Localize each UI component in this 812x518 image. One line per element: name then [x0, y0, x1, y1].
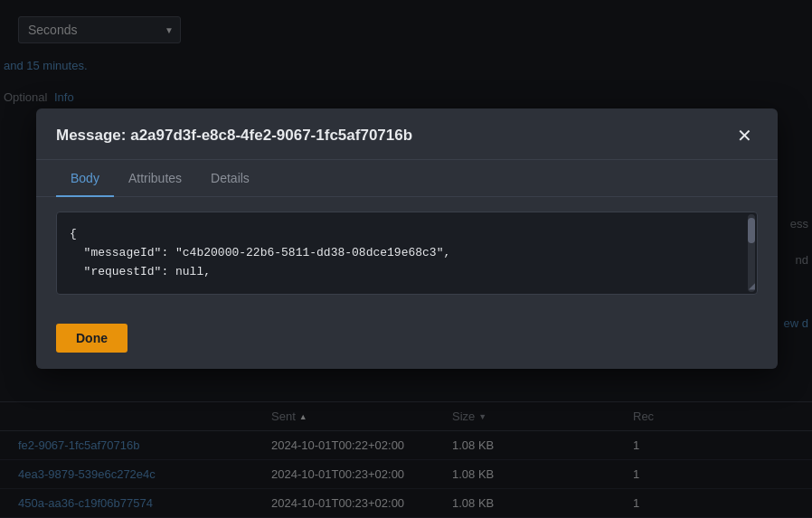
tab-attributes[interactable]: Attributes	[114, 160, 196, 196]
code-line-3: "requestId": null,	[70, 263, 744, 282]
modal-footer: Done	[36, 313, 778, 369]
modal-body: { "messageId": "c4b20000-22b6-5811-dd38-…	[36, 197, 778, 313]
tab-details[interactable]: Details	[196, 160, 264, 196]
code-block: { "messageId": "c4b20000-22b6-5811-dd38-…	[56, 212, 758, 295]
code-line-1: {	[70, 225, 744, 244]
resize-handle[interactable]: ◢	[742, 279, 755, 292]
tab-body[interactable]: Body	[56, 160, 114, 196]
modal: Message: a2a97d3f-e8c8-4fe2-9067-1fc5af7…	[36, 108, 778, 369]
modal-close-button[interactable]: ✕	[732, 125, 758, 146]
done-button[interactable]: Done	[56, 324, 127, 353]
modal-title: Message: a2a97d3f-e8c8-4fe2-9067-1fc5af7…	[56, 127, 412, 145]
modal-tabs: Body Attributes Details	[36, 160, 778, 197]
scrollbar-thumb[interactable]	[748, 218, 755, 243]
modal-header: Message: a2a97d3f-e8c8-4fe2-9067-1fc5af7…	[36, 108, 778, 160]
code-line-2: "messageId": "c4b20000-22b6-5811-dd38-08…	[70, 244, 744, 263]
